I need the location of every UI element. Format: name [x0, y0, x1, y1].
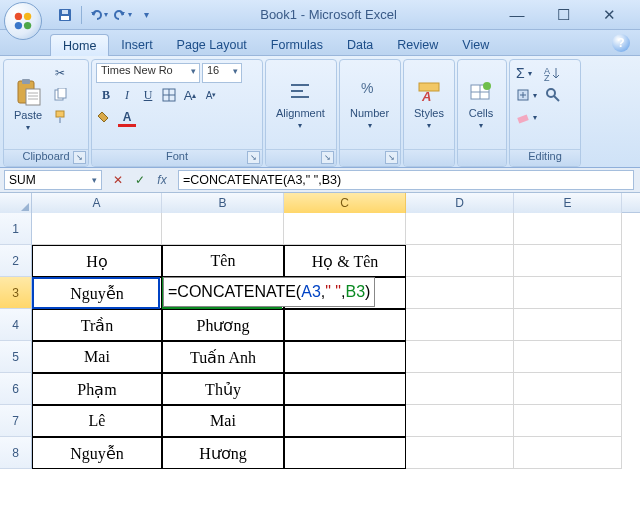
- paste-button[interactable]: Paste ▾: [8, 63, 48, 146]
- cell-D2[interactable]: [406, 245, 514, 277]
- cell-E7[interactable]: [514, 405, 622, 437]
- format-painter-icon[interactable]: [50, 107, 70, 127]
- enter-formula-icon[interactable]: ✓: [132, 172, 148, 188]
- qat-customize-icon[interactable]: ▾: [135, 4, 157, 26]
- font-size-select[interactable]: 16: [202, 63, 242, 83]
- cell-E1[interactable]: [514, 213, 622, 245]
- cell-A6[interactable]: Phạm: [32, 373, 162, 405]
- select-all-corner[interactable]: [0, 193, 32, 213]
- help-icon[interactable]: ?: [612, 34, 630, 52]
- cell-D8[interactable]: [406, 437, 514, 469]
- font-color-button[interactable]: A: [117, 107, 137, 129]
- cell-A2[interactable]: Họ: [32, 245, 162, 277]
- row-header-4[interactable]: 4: [0, 309, 32, 341]
- row-header-6[interactable]: 6: [0, 373, 32, 405]
- border-button[interactable]: [159, 85, 179, 105]
- undo-icon[interactable]: ▾: [87, 4, 109, 26]
- cell-B2[interactable]: Tên: [162, 245, 284, 277]
- col-header-E[interactable]: E: [514, 193, 622, 213]
- save-icon[interactable]: [54, 4, 76, 26]
- cell-A3[interactable]: Nguyễn: [32, 277, 162, 309]
- italic-button[interactable]: I: [117, 85, 137, 105]
- tab-view[interactable]: View: [450, 34, 501, 55]
- col-header-A[interactable]: A: [32, 193, 162, 213]
- fx-icon[interactable]: fx: [154, 172, 170, 188]
- col-header-B[interactable]: B: [162, 193, 284, 213]
- cell-C1[interactable]: [284, 213, 406, 245]
- cell-A4[interactable]: Trần: [32, 309, 162, 341]
- cell-B5[interactable]: Tuấn Anh: [162, 341, 284, 373]
- cell-B8[interactable]: Hương: [162, 437, 284, 469]
- styles-button[interactable]: A Styles▾: [408, 63, 450, 146]
- cell-D4[interactable]: [406, 309, 514, 341]
- sort-filter-icon[interactable]: AZ: [543, 63, 563, 83]
- cell-D6[interactable]: [406, 373, 514, 405]
- cell-grid[interactable]: Họ Tên Họ & Tên Nguyễn Trần Phương: [32, 213, 622, 469]
- cells-button[interactable]: Cells▾: [462, 63, 500, 146]
- cell-B1[interactable]: [162, 213, 284, 245]
- tab-home[interactable]: Home: [50, 34, 109, 56]
- cell-D1[interactable]: [406, 213, 514, 245]
- cell-E3[interactable]: [514, 277, 622, 309]
- minimize-button[interactable]: —: [500, 5, 534, 25]
- clear-button[interactable]: ▾: [514, 107, 539, 127]
- col-header-D[interactable]: D: [406, 193, 514, 213]
- number-format-button[interactable]: % Number▾: [344, 63, 395, 146]
- cell-C8[interactable]: [284, 437, 406, 469]
- fill-button[interactable]: ▾: [514, 85, 539, 105]
- row-header-3[interactable]: 3: [0, 277, 32, 309]
- number-launcher-icon[interactable]: ↘: [385, 151, 398, 164]
- bold-button[interactable]: B: [96, 85, 116, 105]
- cell-B7[interactable]: Mai: [162, 405, 284, 437]
- cell-B6[interactable]: Thủy: [162, 373, 284, 405]
- underline-button[interactable]: U: [138, 85, 158, 105]
- cell-E5[interactable]: [514, 341, 622, 373]
- row-header-8[interactable]: 8: [0, 437, 32, 469]
- cell-E2[interactable]: [514, 245, 622, 277]
- tab-insert[interactable]: Insert: [109, 34, 164, 55]
- row-header-1[interactable]: 1: [0, 213, 32, 245]
- tab-formulas[interactable]: Formulas: [259, 34, 335, 55]
- cell-E4[interactable]: [514, 309, 622, 341]
- name-box[interactable]: SUM: [4, 170, 102, 190]
- alignment-launcher-icon[interactable]: ↘: [321, 151, 334, 164]
- clipboard-launcher-icon[interactable]: ↘: [73, 151, 86, 164]
- fill-color-button[interactable]: [96, 107, 116, 127]
- tab-page-layout[interactable]: Page Layout: [165, 34, 259, 55]
- tab-review[interactable]: Review: [385, 34, 450, 55]
- cell-D7[interactable]: [406, 405, 514, 437]
- cell-E8[interactable]: [514, 437, 622, 469]
- grow-font-icon[interactable]: A▴: [180, 85, 200, 105]
- cell-C6[interactable]: [284, 373, 406, 405]
- close-button[interactable]: ✕: [592, 5, 626, 25]
- cell-C2[interactable]: Họ & Tên: [284, 245, 406, 277]
- cell-A8[interactable]: Nguyễn: [32, 437, 162, 469]
- cell-edit-overlay[interactable]: =CONCATENATE(A3," ",B3): [163, 277, 375, 307]
- cell-C5[interactable]: [284, 341, 406, 373]
- cell-D3[interactable]: [406, 277, 514, 309]
- cell-C7[interactable]: [284, 405, 406, 437]
- copy-icon[interactable]: [50, 85, 70, 105]
- font-name-select[interactable]: Times New Ro: [96, 63, 200, 83]
- cell-E6[interactable]: [514, 373, 622, 405]
- row-header-5[interactable]: 5: [0, 341, 32, 373]
- autosum-button[interactable]: Σ▾: [514, 63, 539, 83]
- redo-icon[interactable]: ▾: [111, 4, 133, 26]
- cell-A1[interactable]: [32, 213, 162, 245]
- cell-A7[interactable]: Lê: [32, 405, 162, 437]
- cancel-formula-icon[interactable]: ✕: [110, 172, 126, 188]
- row-header-2[interactable]: 2: [0, 245, 32, 277]
- font-launcher-icon[interactable]: ↘: [247, 151, 260, 164]
- alignment-button[interactable]: Alignment▾: [270, 63, 331, 146]
- row-header-7[interactable]: 7: [0, 405, 32, 437]
- maximize-button[interactable]: ☐: [546, 5, 580, 25]
- cut-icon[interactable]: ✂: [50, 63, 70, 83]
- cell-C4[interactable]: [284, 309, 406, 341]
- office-button[interactable]: [4, 2, 42, 40]
- find-select-icon[interactable]: [543, 85, 563, 105]
- tab-data[interactable]: Data: [335, 34, 385, 55]
- cell-A5[interactable]: Mai: [32, 341, 162, 373]
- shrink-font-icon[interactable]: A▾: [201, 85, 221, 105]
- col-header-C[interactable]: C: [284, 193, 406, 213]
- cell-B4[interactable]: Phương: [162, 309, 284, 341]
